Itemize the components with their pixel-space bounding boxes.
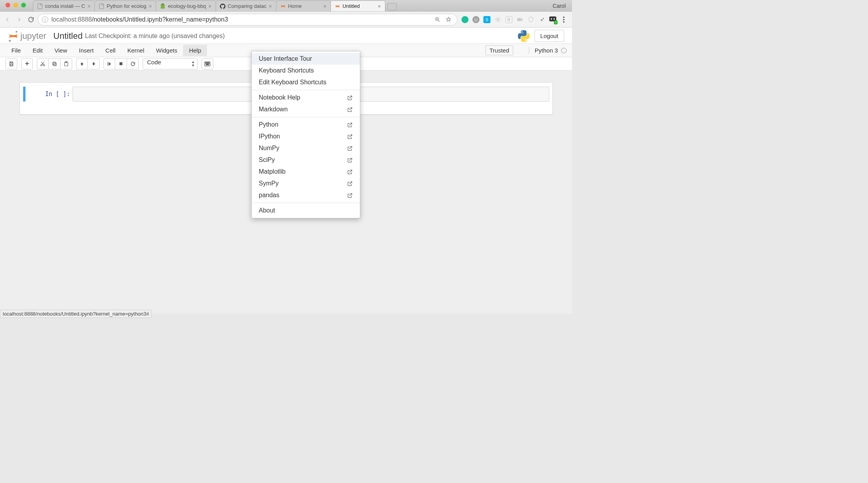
svg-rect-3 (162, 4, 164, 5)
svg-rect-29 (206, 64, 209, 65)
close-tab-icon[interactable]: × (323, 3, 327, 9)
restart-button[interactable] (127, 58, 139, 69)
pin-icon[interactable] (538, 16, 545, 23)
tab-untitled[interactable]: Untitled × (330, 0, 385, 11)
cell-type-select[interactable]: Code ▲▼ (143, 58, 198, 69)
python-logo-icon (518, 30, 530, 42)
save-button[interactable] (5, 58, 17, 69)
logout-button[interactable]: Logout (534, 30, 564, 42)
copy-button[interactable] (49, 58, 60, 69)
svg-point-5 (497, 19, 499, 20)
forward-button[interactable] (14, 15, 24, 25)
tab-ecology-bug-bbq[interactable]: ecology-bug-bbq × (156, 0, 216, 11)
run-button[interactable] (104, 58, 115, 69)
svg-point-8 (551, 18, 552, 20)
help-about[interactable]: About (252, 205, 360, 216)
paste-button[interactable] (60, 58, 72, 69)
help-ipython[interactable]: IPython (252, 131, 360, 142)
address-bar[interactable]: i localhost:8888/notebooks/Untitled.ipyn… (38, 14, 458, 25)
external-link-icon (347, 181, 353, 187)
menu-view[interactable]: View (49, 45, 73, 56)
svg-point-10 (563, 16, 565, 18)
notebook-name[interactable]: Untitled (53, 31, 83, 41)
profile-name[interactable]: Carol (553, 3, 566, 9)
help-sympy[interactable]: SymPy (252, 178, 360, 189)
shield-icon[interactable] (527, 16, 534, 23)
ublock-icon[interactable]: U (472, 16, 479, 23)
maximize-window-button[interactable] (21, 3, 26, 7)
bitwarden-icon[interactable]: B (505, 16, 512, 23)
help-markdown[interactable]: Markdown (252, 104, 360, 115)
interrupt-button[interactable] (115, 58, 127, 69)
help-notebook-help[interactable]: Notebook Help (252, 92, 360, 104)
close-tab-icon[interactable]: × (378, 3, 381, 9)
reload-button[interactable] (26, 15, 36, 25)
page-icon (99, 4, 104, 9)
cut-button[interactable] (37, 58, 49, 69)
extension-icons: U S B 0 (459, 16, 570, 23)
jupyter-logo[interactable]: jupyter (8, 30, 46, 42)
svg-rect-20 (53, 62, 55, 65)
trusted-indicator[interactable]: Trusted (485, 45, 513, 55)
site-info-icon[interactable]: i (42, 16, 48, 23)
external-link-icon (347, 107, 353, 113)
close-tab-icon[interactable]: × (208, 3, 211, 9)
help-scipy[interactable]: SciPy (252, 154, 360, 166)
menu-edit[interactable]: Edit (27, 45, 49, 56)
help-pandas[interactable]: pandas (252, 189, 360, 201)
kernel-status-icon (561, 48, 567, 53)
gear-icon[interactable] (494, 16, 501, 23)
jupyter-logo-text: jupyter (20, 31, 46, 41)
svg-rect-26 (205, 62, 207, 63)
help-keyboard-shortcuts[interactable]: Keyboard Shortcuts (252, 65, 360, 76)
help-ui-tour[interactable]: User Interface Tour (252, 53, 360, 65)
tab-python-ecolog[interactable]: Python for ecolog × (94, 0, 156, 11)
tab-title: conda install — C (45, 3, 85, 9)
menu-insert[interactable]: Insert (73, 45, 100, 56)
menu-cell[interactable]: Cell (100, 45, 122, 56)
command-palette-button[interactable] (202, 58, 213, 69)
menu-kernel[interactable]: Kernel (122, 45, 150, 56)
close-window-button[interactable] (5, 3, 10, 7)
svg-rect-1 (100, 4, 104, 9)
tab-comparing-datac[interactable]: Comparing datac × (216, 0, 276, 11)
bookmark-star-icon[interactable] (445, 16, 453, 23)
kernel-name-text: Python 3 (535, 47, 558, 54)
close-tab-icon[interactable]: × (269, 3, 272, 9)
menu-help[interactable]: Help (183, 45, 207, 56)
external-link-icon (347, 169, 353, 175)
help-edit-keyboard-shortcuts[interactable]: Edit Keyboard Shortcuts (252, 76, 360, 88)
move-down-button[interactable] (88, 58, 100, 69)
video-icon[interactable] (516, 16, 523, 23)
svg-rect-28 (208, 62, 209, 63)
cell-type-value: Code (147, 59, 161, 65)
external-link-icon (347, 157, 353, 163)
back-button[interactable] (2, 15, 13, 25)
help-numpy[interactable]: NumPy (252, 142, 360, 154)
minimize-window-button[interactable] (13, 3, 18, 7)
select-arrows-icon: ▲▼ (191, 60, 195, 67)
jupyter-header: jupyter Untitled Last Checkpoint: a minu… (0, 27, 572, 44)
help-python[interactable]: Python (252, 119, 360, 131)
close-tab-icon[interactable]: × (149, 3, 152, 9)
tab-conda-install[interactable]: conda install — C × (33, 0, 95, 11)
grammarly-icon[interactable] (461, 16, 469, 23)
move-up-button[interactable] (76, 58, 88, 69)
skype-icon[interactable]: S (483, 16, 490, 23)
tab-home[interactable]: Home × (276, 0, 331, 11)
new-tab-button[interactable] (387, 3, 397, 10)
add-cell-button[interactable]: + (21, 58, 33, 69)
kernel-indicator[interactable]: Python 3 (529, 47, 567, 54)
help-matplotlib[interactable]: Matplotlib (252, 166, 360, 178)
tampermonkey-icon[interactable]: 0 (549, 16, 556, 23)
svg-point-12 (563, 21, 565, 23)
close-tab-icon[interactable]: × (87, 3, 91, 9)
kebab-menu-icon[interactable] (560, 16, 567, 23)
nav-bar: i localhost:8888/notebooks/Untitled.ipyn… (0, 12, 572, 27)
svg-rect-23 (108, 62, 109, 65)
external-link-icon (347, 192, 353, 198)
zoom-icon[interactable] (434, 16, 442, 23)
menu-file[interactable]: File (5, 45, 27, 56)
menu-widgets[interactable]: Widgets (150, 45, 183, 56)
jupyter-icon (280, 4, 286, 9)
